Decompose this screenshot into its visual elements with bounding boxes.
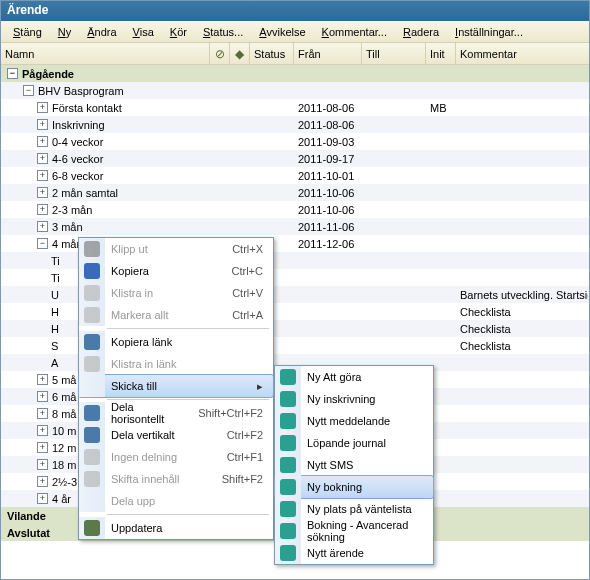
tree-item-label: U (51, 289, 59, 301)
context-menu: Klipp utCtrl+XKopieraCtrl+CKlistra inCtr… (78, 237, 274, 540)
ctx-item-label: Skicka till (105, 380, 247, 392)
col-name[interactable]: Namn (1, 43, 210, 64)
submenu-item-label: Nytt ärende (301, 547, 423, 559)
tree-item-label: 18 m (52, 459, 76, 471)
kommentar-cell: Checklista (456, 337, 588, 354)
menu-visa[interactable]: Visa (125, 24, 162, 40)
section-pagaende[interactable]: Pågående (1, 65, 589, 82)
tree-item-label: A (51, 357, 58, 369)
from-cell: 2011-10-01 (294, 167, 362, 184)
toggle-icon[interactable] (37, 221, 48, 232)
submenu-ny-att-g-ra[interactable]: Ny Att göra (275, 366, 433, 388)
menu-radera[interactable]: Radera (395, 24, 447, 40)
ctx-dela-vertikalt[interactable]: Dela vertikaltCtrl+F2 (79, 424, 273, 446)
tree-row[interactable]: Första kontakt2011-08-06MB (1, 99, 589, 116)
toggle-icon[interactable] (37, 102, 48, 113)
init-cell (426, 167, 456, 184)
kommentar-cell (456, 354, 588, 371)
toggle-icon[interactable] (37, 170, 48, 181)
ctx-kopiera-l-nk[interactable]: Kopiera länk (79, 331, 273, 353)
menu-status[interactable]: Status... (195, 24, 251, 40)
toggle-icon[interactable] (37, 459, 48, 470)
window-titlebar: Ärende (1, 1, 589, 21)
submenu-nytt-sms[interactable]: Nytt SMS (275, 454, 433, 476)
toggle-icon[interactable] (37, 204, 48, 215)
menu-andra[interactable]: Ändra (79, 24, 124, 40)
tree-row[interactable]: 6-8 veckor2011-10-01 (1, 167, 589, 184)
toggle-icon[interactable] (37, 391, 48, 402)
submenu-item-icon (280, 479, 296, 495)
init-cell (426, 116, 456, 133)
tree-root-row[interactable]: BHV Basprogram (1, 82, 589, 99)
submenu-item-label: Ny inskrivning (301, 393, 423, 405)
col-till[interactable]: Till (362, 43, 426, 64)
column-header-row: Namn ⊘ ◆ Status Från Till Init Kommentar (1, 43, 589, 65)
submenu-ny-plats-p-v-ntelista[interactable]: Ny plats på väntelista (275, 498, 433, 520)
ctx-klistra-in: Klistra inCtrl+V (79, 282, 273, 304)
menu-avvikelse[interactable]: Avvikelse (251, 24, 313, 40)
tree-row[interactable]: 2 mån samtal2011-10-06 (1, 184, 589, 201)
init-cell (426, 184, 456, 201)
shortcut-label: Ctrl+A (220, 309, 263, 321)
submenu-bokning-avancerad-s-kning[interactable]: Bokning - Avancerad sökning (275, 520, 433, 542)
submenu-ny-inskrivning[interactable]: Ny inskrivning (275, 388, 433, 410)
g-swap-icon (84, 471, 100, 487)
submenu-nytt-meddelande[interactable]: Nytt meddelande (275, 410, 433, 432)
submenu-ny-bokning[interactable]: Ny bokning (274, 475, 434, 499)
col-icon1[interactable]: ⊘ (210, 43, 230, 64)
toggle-icon[interactable] (37, 187, 48, 198)
ctx-kopiera[interactable]: KopieraCtrl+C (79, 260, 273, 282)
col-kommentar[interactable]: Kommentar (456, 43, 588, 64)
ctx-skicka-till[interactable]: Skicka till (78, 374, 274, 398)
g-copy-icon (84, 263, 100, 279)
col-icon2[interactable]: ◆ (230, 43, 250, 64)
g-cut-icon (84, 241, 100, 257)
menu-ny[interactable]: Ny (50, 24, 79, 40)
toggle-icon[interactable] (37, 136, 48, 147)
ctx-item-label: Ingen delning (105, 451, 215, 463)
section-label: Avslutat (7, 527, 50, 539)
col-status[interactable]: Status (250, 43, 294, 64)
tree-row[interactable]: 4-6 veckor2011-09-17 (1, 150, 589, 167)
tree-item-label: S (51, 340, 58, 352)
submenu-l-pande-journal[interactable]: Löpande journal (275, 432, 433, 454)
toggle-icon[interactable] (37, 493, 48, 504)
collapse-icon[interactable] (7, 68, 18, 79)
submenu-item-icon (280, 369, 296, 385)
ctx-item-label: Dela horisontellt (105, 401, 186, 425)
menu-stang[interactable]: Stäng (5, 24, 50, 40)
kommentar-cell: Barnets utveckling. Startsida (456, 286, 588, 303)
tree-row[interactable]: 2-3 mån2011-10-06 (1, 201, 589, 218)
g-link-icon (84, 334, 100, 350)
submenu-item-label: Nytt SMS (301, 459, 423, 471)
toggle-icon[interactable] (37, 374, 48, 385)
tree-row[interactable]: 3 mån2011-11-06 (1, 218, 589, 235)
collapse-icon[interactable] (23, 85, 34, 96)
col-from[interactable]: Från (294, 43, 362, 64)
tree-row[interactable]: Inskrivning2011-08-06 (1, 116, 589, 133)
g-paste-icon (84, 285, 100, 301)
toggle-icon[interactable] (37, 238, 48, 249)
ctx-dela-horisontellt[interactable]: Dela horisontelltShift+Ctrl+F2 (79, 402, 273, 424)
menu-kor[interactable]: Kör (162, 24, 195, 40)
ctx-uppdatera[interactable]: Uppdatera (79, 517, 273, 539)
tree-item-label: 0-4 veckor (52, 136, 103, 148)
submenu-nytt-rende[interactable]: Nytt ärende (275, 542, 433, 564)
toggle-icon[interactable] (37, 476, 48, 487)
section-label: Vilande (7, 510, 46, 522)
toggle-icon[interactable] (37, 425, 48, 436)
toggle-icon[interactable] (37, 153, 48, 164)
submenu-item-icon (280, 523, 296, 539)
ctx-skifta-inneh-ll: Skifta innehållShift+F2 (79, 468, 273, 490)
tree-item-label: Ti (51, 272, 60, 284)
toggle-icon[interactable] (37, 408, 48, 419)
col-init[interactable]: Init (426, 43, 456, 64)
submenu-item-label: Bokning - Avancerad sökning (301, 519, 423, 543)
toggle-icon[interactable] (37, 442, 48, 453)
menu-installningar[interactable]: Inställningar... (447, 24, 531, 40)
submenu-item-icon (280, 435, 296, 451)
toggle-icon[interactable] (37, 119, 48, 130)
submenu-item-label: Nytt meddelande (301, 415, 423, 427)
tree-row[interactable]: 0-4 veckor2011-09-03 (1, 133, 589, 150)
menu-kommentar[interactable]: Kommentar... (314, 24, 395, 40)
